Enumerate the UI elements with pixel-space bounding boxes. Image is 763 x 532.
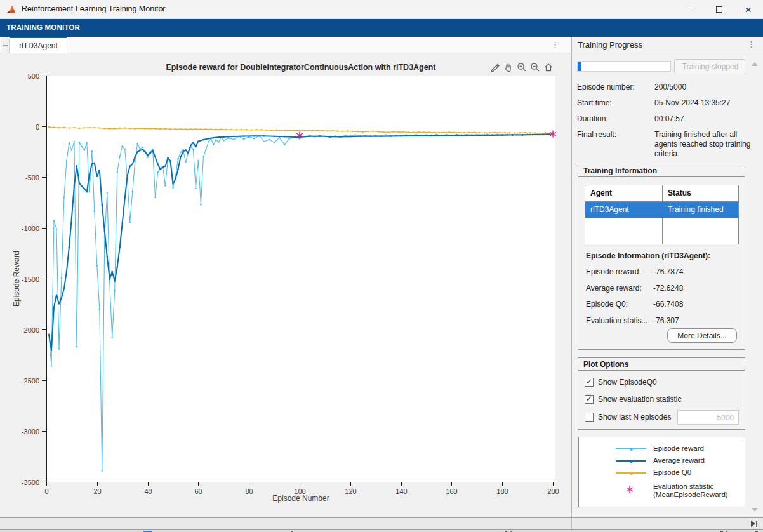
marker-dot [402, 131, 404, 133]
tab-overflow-menu-icon[interactable]: ⋮ [551, 40, 559, 50]
show-evaluation-statistic-option[interactable]: ✓ Show evaluation statistic [585, 394, 681, 404]
marker-dot [294, 136, 296, 138]
marker-dot [345, 135, 347, 136]
marker-dot [51, 365, 53, 367]
marker-dot [453, 131, 455, 133]
marker-dot [134, 161, 136, 163]
scroll-down-icon[interactable] [752, 508, 758, 512]
marker-dot [79, 182, 81, 184]
marker-dot [540, 133, 541, 135]
marker-dot [66, 160, 68, 162]
more-details-button[interactable]: More Details... [667, 328, 737, 343]
marker-dot [274, 135, 275, 137]
field-value: 00:07:57 [654, 114, 751, 124]
show-evaluation-statistic-checkbox[interactable]: ✓ [585, 395, 594, 404]
marker-dot [387, 131, 389, 133]
training-information-header: Training Information [578, 164, 745, 177]
toolstrip-tab-training-monitor[interactable]: TRAINING MONITOR [6, 23, 80, 31]
marker-dot [114, 290, 116, 292]
window-titlebar[interactable]: Reinforcement Learning Training Monitor … [0, 0, 763, 19]
toolstrip: TRAINING MONITOR [0, 19, 763, 37]
marker-dot [96, 175, 98, 177]
marker-dot [215, 139, 217, 141]
marker-dot [428, 131, 430, 133]
strip-divider [571, 518, 572, 530]
legend-entry-evaluation-statistic[interactable]: Evaluation statistic (MeanEpisodeReward) [579, 482, 745, 501]
marker-dot [545, 132, 547, 134]
marker-dot [205, 149, 207, 151]
marker-dot [200, 128, 202, 130]
marker-dot [111, 337, 113, 339]
last-n-episodes-input[interactable] [677, 410, 739, 425]
marker-dot [357, 131, 359, 133]
marker-dot [408, 131, 409, 133]
skip-to-end-icon[interactable] [750, 520, 759, 528]
show-episodeq0-checkbox[interactable]: ✓ [585, 378, 594, 387]
marker-dot [340, 136, 342, 138]
marker-dot [192, 149, 194, 150]
marker-dot [147, 154, 149, 156]
y-tick-label: -1500 [22, 276, 39, 283]
marker-dot [481, 135, 483, 136]
marker-dot [228, 137, 230, 139]
chart-plot-area[interactable]: 0204060801001201401601802005000-500-1000… [0, 53, 571, 517]
marker-dot [385, 134, 387, 136]
panel-menu-icon[interactable]: ⋮ [747, 39, 755, 49]
marker-dot [269, 139, 270, 141]
agent-status-table: Agent Status rlTD3Agent Training finishe… [585, 185, 739, 244]
marker-dot [532, 134, 534, 136]
marker-dot [74, 185, 76, 187]
marker-dot [522, 134, 524, 136]
maximize-button[interactable] [705, 0, 734, 19]
close-button[interactable]: × [734, 0, 763, 19]
marker-dot [109, 279, 111, 281]
marker-dot [190, 128, 192, 130]
marker-dot [195, 128, 197, 130]
tab-grip-handle[interactable] [1, 37, 10, 53]
tab-label: rlTD3Agent [19, 41, 58, 50]
check-icon: ✓ [586, 394, 592, 403]
marker-dot [458, 132, 460, 134]
marker-dot [104, 128, 106, 130]
cell-agent: rlTD3Agent [590, 205, 629, 214]
marker-dot [182, 151, 184, 153]
marker-dot [63, 288, 65, 289]
marker-dot [322, 130, 324, 132]
marker-dot [69, 246, 70, 248]
marker-dot [91, 163, 93, 165]
legend-entry-episode-reward[interactable]: Episode reward [579, 444, 745, 454]
minimize-button[interactable] [675, 0, 705, 19]
legend-entry-episode-q0[interactable]: Episode Q0 [579, 468, 745, 478]
marker-dot [152, 149, 154, 150]
legend-entry-average-reward[interactable]: Average reward [579, 456, 745, 466]
marker-dot [332, 130, 334, 132]
marker-dot [233, 139, 235, 141]
marker-dot [337, 130, 339, 132]
table-row[interactable]: rlTD3Agent Training finished [585, 202, 738, 218]
scroll-up-icon[interactable] [752, 62, 758, 66]
marker-dot [329, 136, 331, 138]
show-last-n-episodes-checkbox[interactable]: ✓ [585, 413, 594, 422]
tab-rltd3agent[interactable]: rlTD3Agent [10, 37, 67, 53]
marker-dot [223, 140, 225, 142]
marker-dot [501, 135, 503, 136]
marker-dot [157, 171, 159, 173]
marker-dot [195, 187, 197, 189]
marker-dot [286, 130, 288, 131]
marker-dot [342, 130, 344, 132]
evaluation-statistic-asterisk-swatch [625, 484, 635, 495]
marker-dot [121, 145, 123, 147]
show-episodeq0-option[interactable]: ✓ Show EpisodeQ0 [585, 377, 657, 387]
training-stopped-button[interactable]: Training stopped [674, 59, 746, 74]
marker-dot [107, 192, 109, 194]
legend-label: Evaluation statistic (MeanEpisodeReward) [653, 482, 742, 499]
show-last-n-episodes-option[interactable]: ✓ Show last N episodes [585, 412, 671, 422]
marker-dot [182, 149, 184, 151]
marker-dot [119, 128, 121, 130]
checkbox-label: Show evaluation statistic [598, 395, 681, 404]
marker-dot [355, 134, 357, 136]
horizontal-scrollbar-strip[interactable] [0, 517, 763, 529]
field-value: -76.7874 [653, 267, 683, 276]
marker-dot [124, 149, 126, 150]
marker-dot [433, 132, 435, 134]
